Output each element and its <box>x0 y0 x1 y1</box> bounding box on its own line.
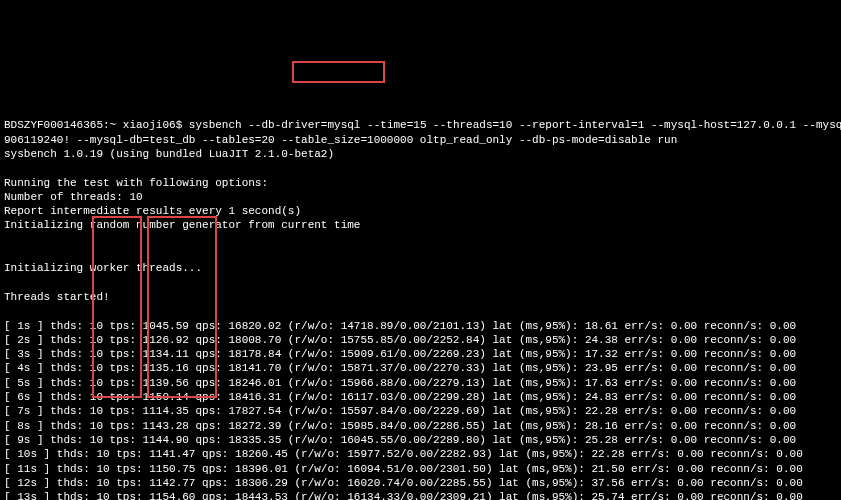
interval-row: [ 6s ] thds: 10 tps: 1150.14 qps: 18416.… <box>4 391 796 403</box>
interval-row: [ 8s ] thds: 10 tps: 1143.28 qps: 18272.… <box>4 420 796 432</box>
prompt-line-1: BDSZYF000146365:~ xiaoji06$ sysbench --d… <box>4 119 841 131</box>
interval-row: [ 11s ] thds: 10 tps: 1150.75 qps: 18396… <box>4 463 803 475</box>
interval-row: [ 9s ] thds: 10 tps: 1144.90 qps: 18335.… <box>4 434 796 446</box>
init-workers: Initializing worker threads... <box>4 262 202 274</box>
interval-row: [ 1s ] thds: 10 tps: 1045.59 qps: 16820.… <box>4 320 796 332</box>
option-rng: Initializing random number generator fro… <box>4 219 360 231</box>
interval-row: [ 13s ] thds: 10 tps: 1154.60 qps: 18443… <box>4 491 803 500</box>
interval-row: [ 3s ] thds: 10 tps: 1134.11 qps: 18178.… <box>4 348 796 360</box>
highlight-command-arg <box>292 61 385 83</box>
threads-started: Threads started! <box>4 291 110 303</box>
command-part-1[interactable]: sysbench --db-driver=mysql --time=15 --t… <box>189 119 841 131</box>
interval-row: [ 12s ] thds: 10 tps: 1142.77 qps: 18306… <box>4 477 803 489</box>
option-interval: Report intermediate results every 1 seco… <box>4 205 301 217</box>
interval-row: [ 2s ] thds: 10 tps: 1126.92 qps: 18008.… <box>4 334 796 346</box>
interval-row: [ 7s ] thds: 10 tps: 1114.35 qps: 17827.… <box>4 405 796 417</box>
options-header: Running the test with following options: <box>4 177 268 189</box>
interval-row: [ 5s ] thds: 10 tps: 1139.56 qps: 18246.… <box>4 377 796 389</box>
prompt-line-2[interactable]: 906119240! --mysql-db=test_db --tables=2… <box>4 134 677 146</box>
interval-row: [ 10s ] thds: 10 tps: 1141.47 qps: 18260… <box>4 448 803 460</box>
terminal-output: BDSZYF000146365:~ xiaoji06$ sysbench --d… <box>4 61 837 500</box>
shell-prompt: BDSZYF000146365:~ xiaoji06$ <box>4 119 182 131</box>
interval-row: [ 4s ] thds: 10 tps: 1135.16 qps: 18141.… <box>4 362 796 374</box>
option-threads: Number of threads: 10 <box>4 191 143 203</box>
version-line: sysbench 1.0.19 (using bundled LuaJIT 2.… <box>4 148 334 160</box>
